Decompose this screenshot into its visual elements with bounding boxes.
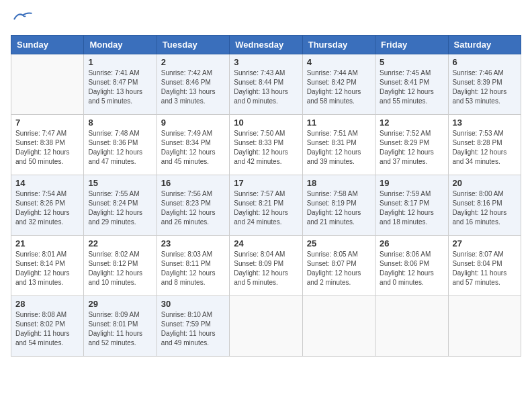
calendar-header-tuesday: Tuesday <box>157 36 229 54</box>
calendar-day-cell <box>375 296 448 357</box>
day-info: Sunrise: 7:47 AMSunset: 8:38 PMDaylight:… <box>15 129 79 167</box>
calendar-day-cell: 17Sunrise: 7:57 AMSunset: 8:21 PMDayligh… <box>230 175 302 236</box>
day-number: 10 <box>234 118 298 128</box>
calendar-day-cell: 10Sunrise: 7:50 AMSunset: 8:33 PMDayligh… <box>230 115 302 175</box>
day-info: Sunrise: 7:41 AMSunset: 8:47 PMDaylight:… <box>88 68 152 106</box>
day-info: Sunrise: 8:09 AMSunset: 8:01 PMDaylight:… <box>88 310 152 348</box>
calendar-day-cell <box>448 296 521 357</box>
calendar-day-cell: 3Sunrise: 7:43 AMSunset: 8:44 PMDaylight… <box>230 54 302 115</box>
day-info: Sunrise: 7:57 AMSunset: 8:21 PMDaylight:… <box>234 189 298 227</box>
calendar-day-cell: 30Sunrise: 8:10 AMSunset: 7:59 PMDayligh… <box>157 296 229 357</box>
calendar-day-cell <box>302 296 375 357</box>
calendar-day-cell <box>230 296 302 357</box>
calendar-week-row: 14Sunrise: 7:54 AMSunset: 8:26 PMDayligh… <box>11 175 521 236</box>
day-info: Sunrise: 7:53 AMSunset: 8:28 PMDaylight:… <box>453 129 517 167</box>
day-info: Sunrise: 7:49 AMSunset: 8:34 PMDaylight:… <box>161 129 225 167</box>
day-info: Sunrise: 8:00 AMSunset: 8:16 PMDaylight:… <box>453 189 517 227</box>
calendar-day-cell: 8Sunrise: 7:48 AMSunset: 8:36 PMDaylight… <box>84 115 157 175</box>
calendar-day-cell: 15Sunrise: 7:55 AMSunset: 8:24 PMDayligh… <box>84 175 157 236</box>
calendar-day-cell: 12Sunrise: 7:52 AMSunset: 8:29 PMDayligh… <box>375 115 448 175</box>
calendar-day-cell: 18Sunrise: 7:58 AMSunset: 8:19 PMDayligh… <box>302 175 375 236</box>
day-number: 9 <box>161 118 225 128</box>
day-info: Sunrise: 8:07 AMSunset: 8:04 PMDaylight:… <box>453 250 517 287</box>
day-number: 19 <box>380 178 443 188</box>
day-info: Sunrise: 7:59 AMSunset: 8:17 PMDaylight:… <box>380 189 443 227</box>
day-number: 17 <box>234 178 298 188</box>
calendar-day-cell: 26Sunrise: 8:06 AMSunset: 8:06 PMDayligh… <box>375 236 448 296</box>
day-info: Sunrise: 7:50 AMSunset: 8:33 PMDaylight:… <box>234 129 298 167</box>
day-number: 7 <box>15 118 79 128</box>
calendar-day-cell: 2Sunrise: 7:42 AMSunset: 8:46 PMDaylight… <box>157 54 229 115</box>
calendar-day-cell: 22Sunrise: 8:02 AMSunset: 8:12 PMDayligh… <box>84 236 157 296</box>
day-number: 4 <box>307 57 371 67</box>
day-number: 3 <box>234 57 298 67</box>
day-number: 21 <box>15 238 79 248</box>
calendar-day-cell: 4Sunrise: 7:44 AMSunset: 8:42 PMDaylight… <box>302 54 375 115</box>
day-number: 2 <box>161 57 225 67</box>
calendar-header-friday: Friday <box>375 36 448 54</box>
calendar-header-row: SundayMondayTuesdayWednesdayThursdayFrid… <box>11 36 521 54</box>
day-number: 1 <box>88 57 152 67</box>
calendar-day-cell: 19Sunrise: 7:59 AMSunset: 8:17 PMDayligh… <box>375 175 448 236</box>
page-header <box>11 11 521 27</box>
calendar-header-monday: Monday <box>84 36 157 54</box>
day-number: 6 <box>453 57 517 67</box>
calendar-header-sunday: Sunday <box>11 36 84 54</box>
calendar-day-cell: 20Sunrise: 8:00 AMSunset: 8:16 PMDayligh… <box>448 175 521 236</box>
day-info: Sunrise: 7:51 AMSunset: 8:31 PMDaylight:… <box>307 129 371 167</box>
day-number: 23 <box>161 238 225 248</box>
day-number: 22 <box>88 238 152 248</box>
calendar-header-wednesday: Wednesday <box>230 36 302 54</box>
calendar-week-row: 7Sunrise: 7:47 AMSunset: 8:38 PMDaylight… <box>11 115 521 175</box>
day-number: 16 <box>161 178 225 188</box>
day-info: Sunrise: 8:10 AMSunset: 7:59 PMDaylight:… <box>161 310 225 348</box>
calendar-day-cell: 24Sunrise: 8:04 AMSunset: 8:09 PMDayligh… <box>230 236 302 296</box>
day-info: Sunrise: 8:02 AMSunset: 8:12 PMDaylight:… <box>88 250 152 287</box>
day-info: Sunrise: 8:06 AMSunset: 8:06 PMDaylight:… <box>380 250 443 287</box>
day-info: Sunrise: 7:56 AMSunset: 8:23 PMDaylight:… <box>161 189 225 227</box>
calendar-day-cell: 27Sunrise: 8:07 AMSunset: 8:04 PMDayligh… <box>448 236 521 296</box>
day-number: 13 <box>453 118 517 128</box>
day-info: Sunrise: 7:54 AMSunset: 8:26 PMDaylight:… <box>15 189 79 227</box>
day-info: Sunrise: 7:52 AMSunset: 8:29 PMDaylight:… <box>380 129 443 167</box>
calendar-day-cell: 23Sunrise: 8:03 AMSunset: 8:11 PMDayligh… <box>157 236 229 296</box>
calendar-day-cell: 6Sunrise: 7:46 AMSunset: 8:39 PMDaylight… <box>448 54 521 115</box>
calendar-day-cell: 16Sunrise: 7:56 AMSunset: 8:23 PMDayligh… <box>157 175 229 236</box>
day-info: Sunrise: 7:46 AMSunset: 8:39 PMDaylight:… <box>453 68 517 106</box>
calendar-day-cell: 11Sunrise: 7:51 AMSunset: 8:31 PMDayligh… <box>302 115 375 175</box>
day-number: 27 <box>453 238 517 248</box>
day-info: Sunrise: 7:43 AMSunset: 8:44 PMDaylight:… <box>234 68 298 106</box>
day-info: Sunrise: 7:44 AMSunset: 8:42 PMDaylight:… <box>307 68 371 106</box>
day-info: Sunrise: 8:05 AMSunset: 8:07 PMDaylight:… <box>307 250 371 287</box>
day-info: Sunrise: 7:55 AMSunset: 8:24 PMDaylight:… <box>88 189 152 227</box>
day-number: 14 <box>15 178 79 188</box>
day-number: 5 <box>380 57 443 67</box>
calendar-day-cell: 5Sunrise: 7:45 AMSunset: 8:41 PMDaylight… <box>375 54 448 115</box>
calendar-week-row: 21Sunrise: 8:01 AMSunset: 8:14 PMDayligh… <box>11 236 521 296</box>
calendar-day-cell: 21Sunrise: 8:01 AMSunset: 8:14 PMDayligh… <box>11 236 84 296</box>
calendar-week-row: 28Sunrise: 8:08 AMSunset: 8:02 PMDayligh… <box>11 296 521 357</box>
day-number: 8 <box>88 118 152 128</box>
calendar-day-cell: 9Sunrise: 7:49 AMSunset: 8:34 PMDaylight… <box>157 115 229 175</box>
calendar-header-thursday: Thursday <box>302 36 375 54</box>
day-number: 15 <box>88 178 152 188</box>
day-info: Sunrise: 7:48 AMSunset: 8:36 PMDaylight:… <box>88 129 152 167</box>
day-number: 30 <box>161 299 225 309</box>
day-number: 11 <box>307 118 371 128</box>
day-info: Sunrise: 7:42 AMSunset: 8:46 PMDaylight:… <box>161 68 225 106</box>
day-number: 29 <box>88 299 152 309</box>
calendar-day-cell: 29Sunrise: 8:09 AMSunset: 8:01 PMDayligh… <box>84 296 157 357</box>
calendar-day-cell: 25Sunrise: 8:05 AMSunset: 8:07 PMDayligh… <box>302 236 375 296</box>
calendar-table: SundayMondayTuesdayWednesdayThursdayFrid… <box>11 35 521 357</box>
calendar-day-cell: 14Sunrise: 7:54 AMSunset: 8:26 PMDayligh… <box>11 175 84 236</box>
calendar-day-cell: 28Sunrise: 8:08 AMSunset: 8:02 PMDayligh… <box>11 296 84 357</box>
day-info: Sunrise: 7:45 AMSunset: 8:41 PMDaylight:… <box>380 68 443 106</box>
calendar-day-cell: 1Sunrise: 7:41 AMSunset: 8:47 PMDaylight… <box>84 54 157 115</box>
logo <box>11 11 32 27</box>
calendar-day-cell: 7Sunrise: 7:47 AMSunset: 8:38 PMDaylight… <box>11 115 84 175</box>
calendar-week-row: 1Sunrise: 7:41 AMSunset: 8:47 PMDaylight… <box>11 54 521 115</box>
day-number: 20 <box>453 178 517 188</box>
day-number: 26 <box>380 238 443 248</box>
logo-bird-icon <box>13 10 32 22</box>
day-number: 12 <box>380 118 443 128</box>
